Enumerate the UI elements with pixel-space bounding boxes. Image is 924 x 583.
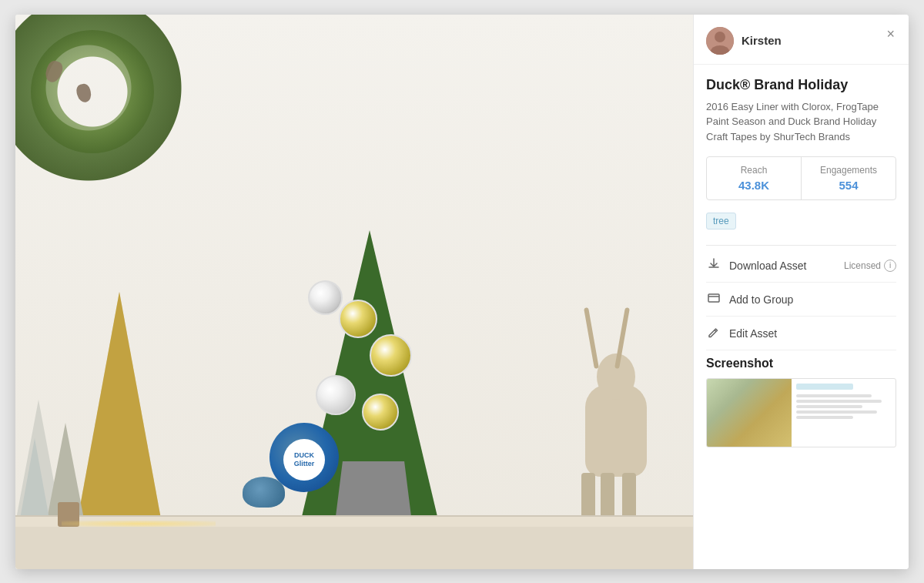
reach-label: Reach bbox=[716, 165, 792, 176]
screenshot-section: Screenshot bbox=[706, 357, 896, 447]
screenshot-line-2 bbox=[796, 400, 881, 403]
add-to-group-action[interactable]: Add to Group bbox=[706, 283, 896, 317]
image-panel: DUCKGlitter bbox=[15, 15, 693, 569]
edit-label: Edit Asset bbox=[729, 327, 896, 340]
avatar-image bbox=[706, 27, 734, 55]
asset-description: 2016 Easy Liner with Clorox, FrogTape Pa… bbox=[706, 99, 896, 145]
screenshot-line-3 bbox=[796, 405, 862, 408]
screenshot-text-area bbox=[792, 379, 896, 447]
screenshot-line-1 bbox=[796, 394, 872, 397]
screenshot-line-4 bbox=[796, 410, 876, 414]
asset-image: DUCKGlitter bbox=[15, 15, 693, 569]
svg-rect-3 bbox=[708, 294, 719, 302]
screenshot-image-left bbox=[707, 379, 792, 447]
screenshot-line-5 bbox=[796, 416, 853, 419]
edit-icon bbox=[706, 326, 721, 340]
svg-point-1 bbox=[715, 32, 725, 42]
avatar bbox=[706, 27, 734, 55]
edit-asset-action[interactable]: Edit Asset bbox=[706, 317, 896, 350]
download-icon bbox=[706, 258, 721, 273]
sidebar-panel: Kirsten × Duck® Brand Holiday 2016 Easy … bbox=[693, 15, 909, 569]
screenshot-title: Screenshot bbox=[706, 357, 896, 370]
group-icon bbox=[706, 292, 721, 307]
asset-title: Duck® Brand Holiday bbox=[706, 77, 896, 93]
engagements-stat: Engagements 554 bbox=[802, 157, 896, 199]
engagements-label: Engagements bbox=[811, 165, 886, 176]
sidebar-content: Duck® Brand Holiday 2016 Easy Liner with… bbox=[694, 65, 909, 569]
stats-row: Reach 43.8K Engagements 554 bbox=[706, 156, 896, 200]
reach-value: 43.8K bbox=[716, 179, 792, 192]
download-label: Download Asset bbox=[729, 260, 844, 272]
tag-tree[interactable]: tree bbox=[706, 213, 736, 230]
tags-row: tree bbox=[706, 213, 896, 230]
reach-stat: Reach 43.8K bbox=[707, 157, 802, 199]
user-name: Kirsten bbox=[742, 34, 896, 47]
download-action[interactable]: Download Asset Licensed i bbox=[706, 249, 896, 283]
engagements-value: 554 bbox=[811, 179, 886, 192]
divider-1 bbox=[706, 245, 896, 246]
sidebar-header: Kirsten × bbox=[694, 15, 909, 65]
close-button[interactable]: × bbox=[883, 25, 898, 42]
info-icon[interactable]: i bbox=[884, 260, 896, 272]
screenshot-lines bbox=[796, 393, 891, 419]
modal-container: DUCKGlitter bbox=[15, 15, 909, 569]
screenshot-thumbnail[interactable] bbox=[706, 378, 896, 447]
download-badge: Licensed bbox=[844, 260, 881, 271]
add-group-label: Add to Group bbox=[729, 293, 896, 306]
